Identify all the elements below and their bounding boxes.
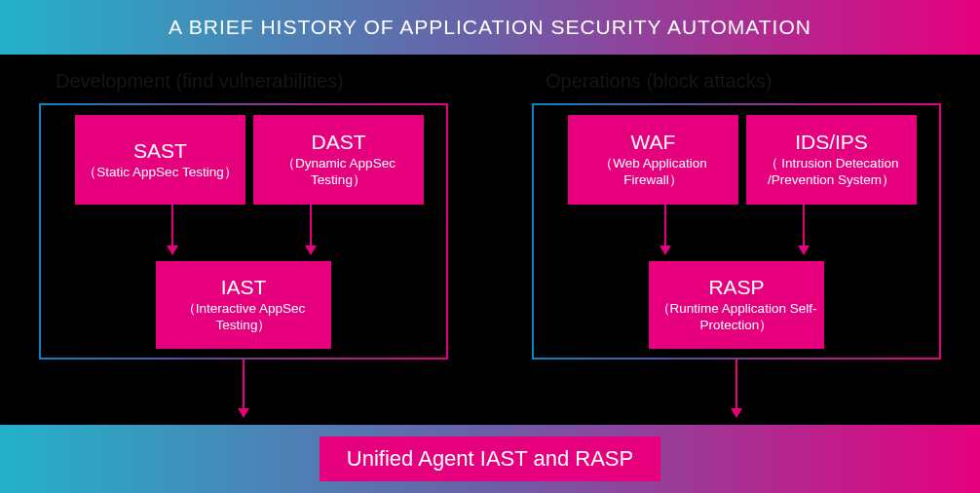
arrow-waf-rasp-head [660, 246, 671, 255]
waf-title: WAF [631, 131, 676, 153]
arrow-dast-iast-line [310, 205, 312, 246]
dev-group-box: SAST （Static AppSec Testing） DAST （Dynam… [39, 103, 448, 360]
waf-card: WAF （Web Application Firewall） [568, 115, 738, 205]
dast-title: DAST [311, 131, 365, 153]
iast-title: IAST [221, 276, 267, 298]
unified-agent-box: Unified Agent IAST and RASP [320, 436, 660, 481]
arrow-iast-unified-head [238, 408, 249, 418]
sast-sub: （Static AppSec Testing） [83, 165, 237, 181]
ids-card: IDS/IPS （ Intrusion Detecation /Preventi… [746, 115, 917, 205]
ids-sub: （ Intrusion Detecation /Prevention Syste… [752, 156, 911, 189]
ops-inner: WAF （Web Application Firewall） IDS/IPS （… [534, 105, 939, 358]
arrow-dast-iast-head [305, 246, 317, 255]
dev-section-label: Development (find vulnerabilities) [56, 70, 344, 93]
arrow-sast-iast-line [171, 205, 173, 246]
diagram-stage: Development (find vulnerabilities) Opera… [0, 55, 980, 425]
arrow-iast-unified-line [243, 360, 245, 408]
arrow-sast-iast-head [167, 246, 178, 255]
iast-sub: （Interactive AppSec Testing） [162, 301, 325, 334]
arrow-rasp-unified-head [731, 408, 742, 418]
dev-inner: SAST （Static AppSec Testing） DAST （Dynam… [41, 105, 446, 358]
dast-card: DAST （Dynamic AppSec Testing） [253, 115, 424, 205]
ops-section-label: Operations (block attacks) [546, 70, 772, 93]
waf-sub: （Web Application Firewall） [574, 156, 733, 189]
dast-sub: （Dynamic AppSec Testing） [259, 156, 418, 189]
ids-title: IDS/IPS [795, 131, 868, 153]
ops-group-box: WAF （Web Application Firewall） IDS/IPS （… [532, 103, 941, 360]
sast-card: SAST （Static AppSec Testing） [75, 115, 245, 205]
unified-row: Unified Agent IAST and RASP [0, 425, 980, 493]
header-title: A BRIEF HISTORY OF APPLICATION SECURITY … [169, 16, 811, 39]
arrow-ids-rasp-head [798, 246, 810, 255]
rasp-card: RASP （Runtime Application Self-Protectio… [649, 261, 824, 349]
rasp-sub: （Runtime Application Self-Protection） [655, 301, 818, 334]
header-bar: A BRIEF HISTORY OF APPLICATION SECURITY … [0, 0, 980, 55]
iast-card: IAST （Interactive AppSec Testing） [156, 261, 331, 349]
arrow-rasp-unified-line [735, 360, 737, 408]
arrow-waf-rasp-line [664, 205, 666, 246]
arrow-ids-rasp-line [803, 205, 805, 246]
sast-title: SAST [133, 139, 187, 162]
rasp-title: RASP [708, 276, 764, 298]
